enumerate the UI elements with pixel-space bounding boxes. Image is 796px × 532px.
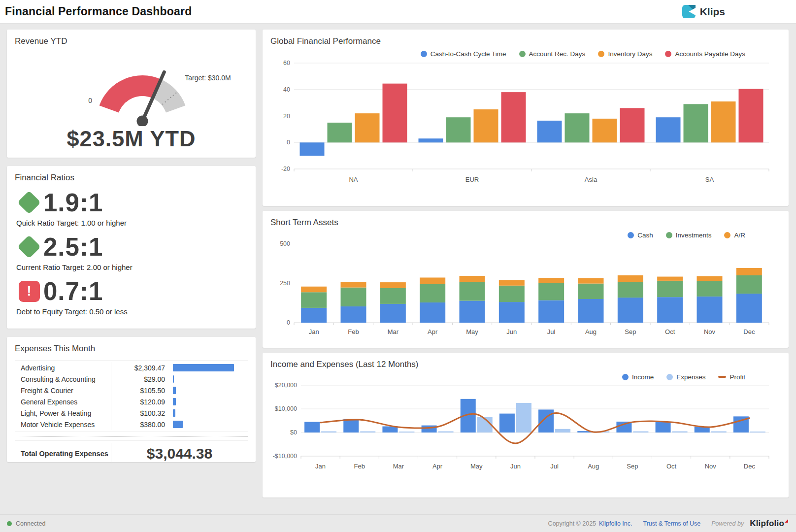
expense-label: General Expenses (15, 396, 111, 407)
klipfolio-logo[interactable]: Klipfolio (750, 519, 788, 529)
legend-label: Accounts Payable Days (675, 50, 745, 58)
segment-Sep-A/R (618, 275, 643, 282)
gauge-pivot (136, 116, 148, 127)
klipfolio-logo-mark-icon (785, 519, 788, 523)
legend-item[interactable]: Inventory Days (598, 50, 652, 58)
legend-dot-icon (666, 374, 673, 380)
app-footer: Connected Copyright © 2025 Klipfolio Inc… (0, 514, 796, 532)
segment-Oct-Investments (657, 281, 683, 297)
segment-Aug-A/R (578, 278, 604, 283)
good-status-diamond-icon (17, 191, 41, 214)
expense-label: Motor Vehicle Expenses (15, 419, 111, 430)
segment-Jul-Cash (538, 300, 564, 323)
bar-EUR-Inventory Days (474, 109, 498, 142)
bar-EUR-Accounts Payable Days (501, 92, 526, 142)
bar-Jul-Expenses (555, 429, 570, 432)
bar-Sep-Expenses (633, 432, 648, 432)
legend-item[interactable]: Cash (628, 232, 653, 239)
global-performance-card: Global Financial Performance Cash-to-Cas… (263, 30, 789, 206)
expense-label: Consulting & Accounting (15, 373, 111, 385)
good-status-diamond-icon (17, 235, 41, 259)
segment-Oct-A/R (657, 277, 683, 281)
grouped-bars (300, 84, 763, 156)
global-performance-chart: -200204060NAEURAsiaSA (270, 59, 775, 192)
legend-label: Profit (730, 373, 745, 381)
connection-status-label: Connected (16, 520, 45, 527)
y-axis-tick-label: $0 (290, 429, 297, 436)
assets-chart-legend: CashInvestmentsA/R (270, 230, 745, 240)
legend-item[interactable]: Income (622, 373, 654, 381)
x-axis-label: Jul (547, 328, 556, 335)
x-axis-label: Feb (348, 328, 359, 335)
legend-item[interactable]: Profit (718, 373, 745, 381)
segment-Jan-Cash (301, 308, 327, 323)
legend-item[interactable]: Account Rec. Days (519, 50, 586, 58)
bar-Jan-Income (304, 422, 320, 432)
expenses-table: Advertising$2,309.47Consulting & Account… (15, 360, 248, 432)
expense-value: $120.09 (111, 398, 173, 406)
y-axis-tick-label: 60 (283, 60, 290, 66)
alert-status-icon: ! (19, 281, 40, 302)
ratio-item: 2.5:1Current Ratio Target: 2.00 or highe… (15, 233, 248, 271)
legend-item[interactable]: Accounts Payable Days (665, 50, 745, 58)
legend-item[interactable]: Cash-to-Cash Cycle Time (421, 50, 506, 58)
gauge-min-label: 0 (88, 97, 92, 104)
segment-Dec-A/R (736, 268, 762, 275)
legend-label: Investments (676, 232, 712, 239)
expenses-total-label: Total Operating Expenses (15, 443, 111, 465)
revenue-card-title: Revenue YTD (15, 36, 248, 46)
klipfolio-logo-text: Klipfolio (750, 519, 784, 529)
left-column: Revenue YTD 0Target: $30.0M $23.5M YTD F… (7, 30, 256, 462)
ratio-caption: Debt to Equity Target: 0.50 or less (16, 307, 248, 316)
expense-bar (173, 387, 176, 394)
y-axis-tick-label: 250 (280, 280, 290, 287)
page-title: Financial Performance Dashboard (5, 5, 192, 18)
legend-label: Expenses (676, 373, 705, 381)
legend-label: Income (632, 373, 654, 381)
segment-Mar-Investments (380, 288, 406, 304)
y-axis-tick-label: 40 (283, 86, 290, 93)
expense-label: Freight & Courier (15, 385, 111, 396)
stacked-bars (301, 268, 762, 323)
bar-Jan-Expenses (321, 432, 336, 432)
legend-label: Inventory Days (608, 50, 652, 58)
x-axis-label: Jul (550, 463, 559, 470)
gauge-target-label: Target: $30.0M (185, 74, 231, 82)
segment-Jan-Investments (301, 292, 327, 308)
legend-dot-icon (665, 51, 671, 57)
expense-row: Motor Vehicle Expenses$380.00 (15, 419, 248, 430)
expenses-total-row: Total Operating Expenses $3,044.38 (15, 440, 248, 465)
segment-Nov-Cash (697, 297, 723, 323)
ratio-item: 1.9:1Quick Ratio Target: 1.00 or higher (15, 189, 248, 227)
bar-Oct-Income (656, 422, 671, 432)
y-axis-tick-label: -$10,000 (273, 453, 297, 460)
footer-links: Copyright © 2025 Klipfolio Inc. Trust & … (548, 519, 788, 529)
income-chart-title: Income and Expenses (Last 12 Months) (270, 360, 781, 369)
klipfolio-inc-link[interactable]: Klipfolio Inc. (599, 520, 632, 527)
expense-bar (173, 409, 175, 417)
segment-Oct-Cash (657, 297, 683, 323)
legend-label: Cash-to-Cash Cycle Time (431, 50, 506, 58)
legend-dot-icon (724, 232, 730, 238)
x-axis-label: Mar (388, 328, 399, 335)
x-axis-label: Dec (743, 328, 755, 335)
klips-logo[interactable]: Klips (682, 5, 725, 18)
segment-Jul-Investments (538, 283, 564, 300)
expense-value: $29.00 (111, 375, 173, 383)
legend-dot-icon (421, 51, 427, 57)
expenses-card-title: Expenses This Month (15, 344, 248, 354)
legend-item[interactable]: Expenses (666, 373, 705, 381)
legend-item[interactable]: A/R (724, 232, 745, 239)
bar-SA-Account Rec. Days (684, 104, 708, 142)
terms-of-use-link[interactable]: Trust & Terms of Use (643, 520, 700, 527)
legend-dot-icon (598, 51, 604, 57)
legend-item[interactable]: Investments (666, 232, 712, 239)
ratio-value: 0.7:1 (43, 279, 103, 304)
powered-by-text: Powered by (711, 520, 744, 527)
legend-dot-icon (622, 374, 629, 380)
segment-Dec-Investments (736, 275, 762, 294)
x-axis-label: Mar (393, 463, 404, 470)
right-column: Global Financial Performance Cash-to-Cas… (263, 30, 789, 498)
x-axis-label: Feb (354, 463, 365, 470)
ratios-list: 1.9:1Quick Ratio Target: 1.00 or higher2… (15, 189, 248, 316)
